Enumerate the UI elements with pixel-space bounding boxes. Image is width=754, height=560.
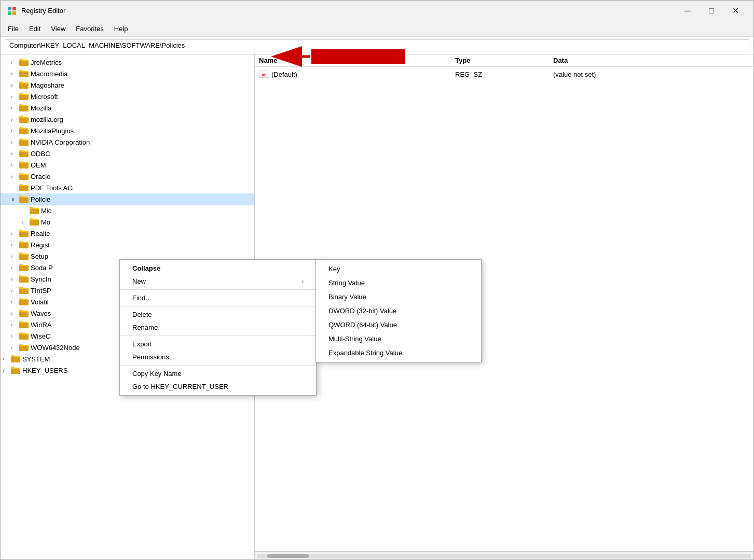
- tree-item-policies[interactable]: ∨ Policie: [1, 193, 254, 205]
- ctx-delete[interactable]: Delete: [120, 308, 316, 321]
- registry-row[interactable]: (Default) REG_SZ (value not set): [255, 68, 753, 80]
- folder-icon: [19, 69, 29, 78]
- ctx-collapse[interactable]: Collapse: [120, 262, 316, 275]
- svg-rect-3: [12, 11, 16, 15]
- folder-icon: [19, 343, 29, 352]
- scrollbar-thumb[interactable]: [267, 554, 309, 558]
- menu-help[interactable]: Help: [109, 23, 133, 35]
- folder-icon: [19, 241, 29, 249]
- chevron-icon: ›: [11, 60, 19, 65]
- tree-label: Waves: [31, 310, 51, 317]
- chevron-icon: ›: [11, 71, 19, 77]
- tree-item-nvidia[interactable]: › NVIDIA Corporation: [1, 136, 254, 148]
- tree-item-jremetrics[interactable]: › JreMetrics: [1, 57, 254, 68]
- submenu: Key String Value Binary Value DWORD (32-…: [316, 259, 482, 362]
- tree-label: Policie: [31, 195, 50, 203]
- horizontal-scrollbar[interactable]: [255, 551, 753, 559]
- tree-label: JreMetrics: [31, 59, 62, 66]
- submenu-expandable[interactable]: Expandable String Value: [316, 346, 481, 360]
- tree-item-mo[interactable]: › Mo: [1, 216, 254, 228]
- folder-icon: [19, 149, 29, 158]
- chevron-icon: ›: [3, 356, 11, 362]
- tree-item-mozilla-org[interactable]: › mozilla.org: [1, 114, 254, 125]
- chevron-icon: ›: [11, 276, 19, 282]
- close-button[interactable]: ✕: [723, 3, 747, 19]
- folder-icon: [30, 218, 39, 226]
- submenu-qword[interactable]: QWORD (64-bit) Value: [316, 318, 481, 332]
- menu-view[interactable]: View: [46, 23, 71, 35]
- chevron-icon: ›: [3, 368, 11, 373]
- menu-edit[interactable]: Edit: [24, 23, 46, 35]
- folder-icon: [19, 275, 29, 283]
- chevron-icon: ›: [11, 242, 19, 248]
- chevron-icon: ›: [21, 219, 30, 225]
- tree-item-magoshare[interactable]: › Magoshare: [1, 79, 254, 91]
- title-bar: Registry Editor ─ □ ✕: [1, 1, 753, 21]
- maximize-button[interactable]: □: [700, 3, 723, 19]
- window-title: Registry Editor: [21, 7, 676, 15]
- ctx-find[interactable]: Find...: [120, 291, 316, 304]
- menu-file[interactable]: File: [3, 23, 24, 35]
- folder-icon: [19, 92, 29, 101]
- ctx-copy-key[interactable]: Copy Key Name: [120, 367, 316, 380]
- tree-item-microsoft[interactable]: › Microsoft: [1, 91, 254, 102]
- folder-icon: [11, 366, 20, 374]
- ctx-permissions[interactable]: Permissions...: [120, 351, 316, 363]
- chevron-icon: ›: [11, 82, 19, 88]
- tree-label: WiseC: [31, 332, 50, 340]
- chevron-icon: ›: [11, 162, 19, 168]
- tree-item-realte[interactable]: › Realte: [1, 228, 254, 239]
- tree-label: MozillaPlugins: [31, 127, 74, 135]
- chevron-icon: ›: [11, 299, 19, 305]
- context-menu: Collapse New › Find... Delete Rename Exp…: [119, 259, 317, 396]
- tree-item-regist[interactable]: › Regist: [1, 239, 254, 250]
- column-name: Name: [259, 57, 455, 64]
- tree-item-macromedia[interactable]: › Macromedia: [1, 68, 254, 79]
- submenu-binary-value[interactable]: Binary Value: [316, 290, 481, 304]
- folder-icon: [19, 104, 29, 112]
- registry-editor-window: Registry Editor ─ □ ✕ File Edit View Fav…: [0, 0, 754, 560]
- ctx-goto-hkcu[interactable]: Go to HKEY_CURRENT_USER: [120, 380, 316, 393]
- app-icon: [7, 6, 17, 16]
- folder-icon: [11, 355, 20, 363]
- reg-type-cell: REG_SZ: [455, 71, 553, 78]
- menu-bar: File Edit View Favorites Help: [1, 21, 753, 37]
- tree-label: SyncIn: [31, 275, 51, 283]
- submenu-multi-string[interactable]: Multi-String Value: [316, 332, 481, 346]
- tree-label: NVIDIA Corporation: [31, 138, 90, 146]
- submenu-dword[interactable]: DWORD (32-bit) Value: [316, 304, 481, 318]
- submenu-string-value[interactable]: String Value: [316, 276, 481, 290]
- tree-item-oem[interactable]: › OEM: [1, 159, 254, 171]
- ctx-export[interactable]: Export: [120, 338, 316, 351]
- column-type: Type: [455, 57, 553, 64]
- tree-item-odbc[interactable]: › ODBC: [1, 148, 254, 159]
- tree-item-mic[interactable]: Mic: [1, 205, 254, 216]
- tree-label: Soda P: [31, 264, 53, 272]
- address-input[interactable]: [5, 39, 749, 51]
- tree-label: WinRA: [31, 321, 51, 329]
- tree-label: ODBC: [31, 150, 50, 158]
- menu-favorites[interactable]: Favorites: [71, 23, 108, 35]
- ctx-new[interactable]: New ›: [120, 275, 316, 288]
- folder-icon: [19, 309, 29, 317]
- tree-label: Setup: [31, 253, 48, 260]
- folder-icon: [19, 58, 29, 66]
- ctx-rename[interactable]: Rename: [120, 321, 316, 334]
- chevron-icon: ›: [11, 345, 19, 351]
- submenu-key[interactable]: Key: [316, 262, 481, 276]
- folder-icon: [19, 298, 29, 306]
- reg-name-value: (Default): [271, 71, 297, 78]
- submenu-arrow-icon: ›: [302, 278, 304, 284]
- tree-item-mozillaplugins[interactable]: › MozillaPlugins: [1, 125, 254, 136]
- tree-label: Mic: [41, 207, 51, 215]
- svg-rect-2: [8, 11, 11, 15]
- tree-item-oracle[interactable]: › Oracle: [1, 171, 254, 182]
- tree-label: Microsoft: [31, 93, 58, 101]
- minimize-button[interactable]: ─: [676, 3, 700, 19]
- tree-item-mozilla[interactable]: › Mozilla: [1, 102, 254, 114]
- ab-icon: [259, 71, 268, 78]
- ctx-separator-3: [120, 335, 316, 336]
- folder-icon: [19, 320, 29, 329]
- tree-item-pdf-tools[interactable]: PDF Tools AG: [1, 182, 254, 193]
- folder-icon: [19, 252, 29, 260]
